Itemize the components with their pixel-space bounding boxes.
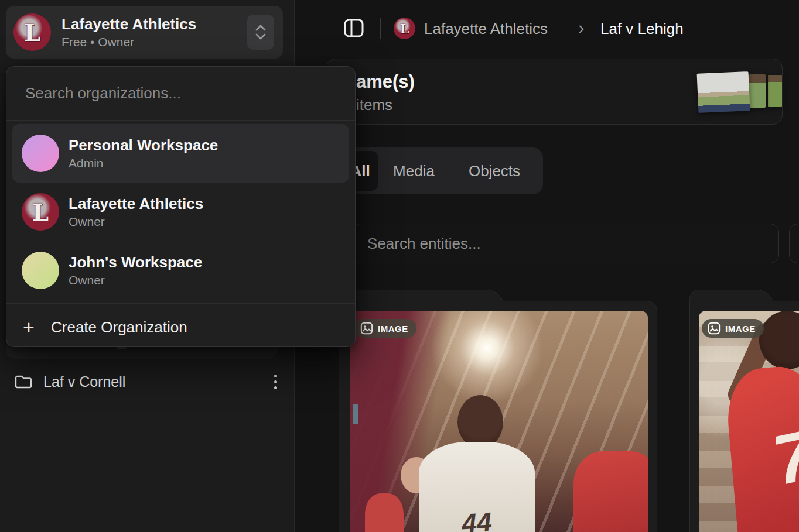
sidebar-item-laf-v-cornell[interactable]: Laf v Cornell bbox=[4, 365, 291, 398]
photo-detail: 7 bbox=[723, 363, 799, 532]
collection-thumbnail-stack bbox=[698, 72, 786, 113]
create-organization-label: Create Organization bbox=[51, 318, 187, 337]
photo-detail: 44 bbox=[419, 442, 535, 532]
entity-type-tabs: All Media Objects bbox=[339, 147, 543, 194]
search-adjacent-button[interactable] bbox=[789, 224, 799, 263]
org-logo-avatar: L bbox=[22, 193, 59, 231]
org-logo-avatar: L bbox=[13, 13, 51, 51]
jersey-number: 44 bbox=[460, 506, 493, 532]
org-item-name: Personal Workspace bbox=[69, 135, 218, 155]
breadcrumb-chevron-icon: › bbox=[578, 16, 585, 39]
breadcrumb-org-logo: L bbox=[394, 18, 415, 39]
chevron-up-down-icon[interactable] bbox=[247, 15, 274, 50]
org-item-texts: Lafayette Athletics Owner bbox=[69, 194, 203, 230]
chevron-up-down-glyph bbox=[252, 22, 269, 42]
folder-icon bbox=[14, 373, 33, 390]
image-type-badge: IMAGE bbox=[702, 319, 764, 338]
org-item-johns-workspace[interactable]: John's Workspace Owner bbox=[12, 241, 349, 300]
collection-header-texts: ame(s) items bbox=[356, 71, 415, 114]
org-item-name: John's Workspace bbox=[69, 252, 202, 272]
thumbnail-image bbox=[749, 74, 766, 108]
workspace-avatar bbox=[22, 252, 59, 289]
kebab-menu-icon[interactable] bbox=[264, 370, 287, 393]
entity-card[interactable]: 7 IMAGE bbox=[689, 290, 799, 532]
photo-detail bbox=[365, 493, 404, 532]
org-switcher-dropdown: Personal Workspace Admin L Lafayette Ath… bbox=[6, 66, 356, 347]
org-item-texts: John's Workspace Owner bbox=[69, 252, 202, 289]
entity-card[interactable]: 44 IMAGE bbox=[339, 290, 657, 532]
image-icon bbox=[708, 322, 721, 335]
basketball-photo: 7 bbox=[699, 311, 799, 532]
photo-detail bbox=[353, 404, 358, 424]
badge-label: IMAGE bbox=[725, 324, 756, 334]
workspace-avatar bbox=[22, 135, 59, 172]
entity-photo[interactable]: 7 bbox=[699, 311, 799, 532]
sidebar-toggle-button[interactable] bbox=[342, 16, 366, 40]
jersey-number: 7 bbox=[767, 418, 799, 495]
org-item-lafayette-athletics[interactable]: L Lafayette Athletics Owner bbox=[12, 183, 349, 241]
tab-objects[interactable]: Objects bbox=[449, 151, 540, 191]
collection-title: ame(s) bbox=[356, 71, 415, 93]
app-screen: L Lafayette Athletics Free • Owner Laf v… bbox=[0, 0, 799, 532]
collection-item-count: items bbox=[356, 95, 415, 114]
card-folder-tab bbox=[339, 290, 485, 301]
org-item-role: Owner bbox=[69, 272, 202, 289]
org-list: Personal Workspace Admin L Lafayette Ath… bbox=[6, 121, 355, 300]
plus-icon: + bbox=[23, 314, 49, 340]
photo-detail bbox=[573, 451, 648, 532]
search-input[interactable] bbox=[351, 224, 779, 263]
folder-label: Laf v Cornell bbox=[43, 373, 264, 390]
thumbnail-image bbox=[768, 75, 782, 107]
org-search-input[interactable] bbox=[6, 67, 355, 120]
badge-label: IMAGE bbox=[378, 324, 408, 334]
topbar-divider bbox=[380, 18, 381, 39]
photo-detail bbox=[457, 395, 503, 449]
org-switcher-texts: Lafayette Athletics Free • Owner bbox=[62, 15, 196, 50]
basketball-photo: 44 bbox=[350, 311, 648, 532]
org-item-personal-workspace[interactable]: Personal Workspace Admin bbox=[12, 124, 349, 183]
image-icon bbox=[360, 322, 373, 335]
collection-header-card[interactable]: ame(s) items bbox=[326, 59, 783, 125]
image-type-badge: IMAGE bbox=[354, 319, 416, 338]
topbar: L Lafayette Athletics › Laf v Lehigh bbox=[295, 0, 799, 59]
tab-media[interactable]: Media bbox=[378, 151, 449, 191]
panel-left-icon bbox=[343, 18, 364, 39]
create-organization-button[interactable]: + Create Organization bbox=[6, 304, 355, 351]
org-item-role: Admin bbox=[69, 155, 218, 171]
org-name: Lafayette Athletics bbox=[62, 15, 196, 33]
breadcrumb-org[interactable]: Lafayette Athletics bbox=[424, 19, 548, 39]
org-item-name: Lafayette Athletics bbox=[69, 194, 203, 214]
org-switcher-button[interactable]: L Lafayette Athletics Free • Owner bbox=[6, 6, 283, 59]
org-plan-role: Free • Owner bbox=[62, 35, 196, 50]
breadcrumb-page: Laf v Lehigh bbox=[600, 19, 684, 39]
entity-photo[interactable]: 44 bbox=[350, 311, 648, 532]
org-item-texts: Personal Workspace Admin bbox=[69, 135, 218, 171]
org-item-role: Owner bbox=[69, 214, 203, 230]
thumbnail-image bbox=[697, 71, 750, 113]
